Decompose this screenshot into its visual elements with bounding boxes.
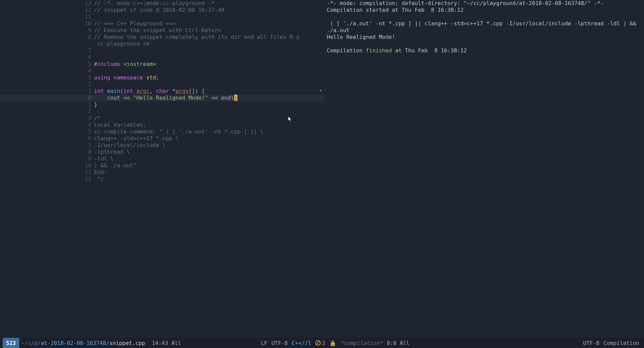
encoding[interactable]: UTF-8: [269, 338, 290, 348]
line-number: 3: [0, 74, 94, 81]
modeline-left: 523 ~/c/p/at-2018-02-08-163748/snippet.c…: [3, 338, 327, 348]
code-line[interactable]: 1int main(int argc, char *argv[]) {: [0, 88, 324, 95]
code-line[interactable]: 2: [0, 81, 324, 88]
code-line[interactable]: 11End:: [0, 169, 324, 176]
code-line[interactable]: 3/*: [0, 115, 324, 122]
code-line[interactable]: 4Local Variables:: [0, 122, 324, 128]
line-number: 7: [0, 142, 94, 149]
code-line[interactable]: 6clang++ -std=c++17 *.cpp \: [0, 135, 324, 142]
line-number: 6: [0, 135, 94, 142]
warning-count: 2: [322, 340, 325, 346]
line-number: 5: [0, 61, 94, 68]
line-number: 1: [0, 101, 94, 108]
output-line: Compilation finished at Thu Feb 8 16:38:…: [327, 47, 641, 54]
line-number: 11: [0, 169, 94, 176]
code-line-wrap[interactable]: `cc-playground-rm`: [0, 41, 324, 47]
output-line: ( [ './a.out' -nt *.cpp ] || clang++ -st…: [327, 20, 641, 27]
line-number: 6: [0, 54, 94, 61]
code-line[interactable]: 5#include <iostream>: [0, 61, 324, 68]
line-number: 11: [0, 14, 94, 20]
cursor-position: 14:43 All: [147, 338, 183, 348]
line-number: 1: [0, 88, 94, 95]
line-number: 12: [0, 7, 94, 14]
code-line[interactable]: 7: [0, 47, 324, 54]
code-line[interactable]: 4: [0, 68, 324, 74]
line-number: 7: [0, 47, 94, 54]
line-number: 5: [0, 128, 94, 135]
lock-icon: 🔒: [327, 338, 338, 348]
line-number: 9: [0, 155, 94, 162]
code-line[interactable]: 12// snippet of code @ 2018-02-08 16:37:…: [0, 7, 324, 14]
path-dir: at-2018-02-08-163748/: [41, 340, 109, 346]
output-line: Hello Realigned Mode!: [327, 34, 641, 41]
file-name: snippet.cpp: [109, 340, 145, 346]
source-pane[interactable]: 13// -*- mode:c++;mode:cc-playground -*-…: [0, 0, 324, 338]
output-line: Compilation started at Thu Feb 8 16:38:1…: [327, 7, 641, 14]
project-number[interactable]: 523: [3, 338, 19, 348]
code-line[interactable]: 0 cout << "Hello Realigned Mode!" << end…: [0, 95, 324, 101]
code-line[interactable]: 11: [0, 14, 324, 20]
code-line[interactable]: 6: [0, 54, 324, 61]
code-line[interactable]: 10) && ./a.out": [0, 162, 324, 169]
line-number: 10: [0, 20, 94, 27]
modeline: 523 ~/c/p/at-2018-02-08-163748/snippet.c…: [0, 338, 644, 348]
code-line[interactable]: 2: [0, 108, 324, 115]
code-line[interactable]: 12 */: [0, 176, 324, 182]
comp-major-mode[interactable]: Compilation: [601, 338, 641, 348]
warning-icon: [315, 340, 321, 346]
compilation-buffer-name[interactable]: *compilation*: [338, 338, 385, 348]
major-mode[interactable]: C++//l: [290, 338, 314, 348]
output-line: [327, 14, 641, 20]
line-number: 12: [0, 176, 94, 182]
flycheck-warning-badge[interactable]: 2: [313, 338, 327, 348]
code-line[interactable]: 8// Remove the snippet completely with i…: [0, 34, 324, 41]
comp-encoding[interactable]: UTF-8: [581, 338, 601, 348]
output-line: [327, 41, 641, 47]
line-number: 2: [0, 81, 94, 88]
line-number: 4: [0, 122, 94, 128]
code-line[interactable]: 1}: [0, 101, 324, 108]
line-number: 4: [0, 68, 94, 74]
code-line[interactable]: 5cc-compile-command: " ( [ './a.out' -nt…: [0, 128, 324, 135]
editor-area: 13// -*- mode:c++;mode:cc-playground -*-…: [0, 0, 644, 338]
line-number: 13: [0, 0, 94, 7]
code-line[interactable]: 8-lpthread \: [0, 149, 324, 155]
line-number: 9: [0, 27, 94, 34]
line-number: 3: [0, 115, 94, 122]
line-number: 2: [0, 108, 94, 115]
code-line[interactable]: 9-ldl \: [0, 155, 324, 162]
code-line[interactable]: 10// === C++ Playground ===: [0, 20, 324, 27]
output-line-wrap: ./a.out: [327, 27, 641, 34]
modeline-right: 🔒 *compilation* 8:0 All UTF-8 Compilatio…: [327, 338, 641, 348]
code-line[interactable]: 7-I/usr/local/include \: [0, 142, 324, 149]
compilation-pane[interactable]: -*- mode: compilation; default-directory…: [324, 0, 644, 338]
line-ending[interactable]: LF: [259, 338, 269, 348]
code-line[interactable]: 3using namespace std;: [0, 74, 324, 81]
line-number: 10: [0, 162, 94, 169]
code-line[interactable]: 13// -*- mode:c++;mode:cc-playground -*-: [0, 0, 324, 7]
line-number: 0: [0, 95, 94, 101]
output-line: -*- mode: compilation; default-directory…: [327, 0, 641, 7]
path-prefix: ~/c/p/: [21, 340, 41, 346]
comp-cursor-position: 8:0 All: [385, 338, 411, 348]
code-line[interactable]: 9// Execute the snippet with Ctrl-Return: [0, 27, 324, 34]
file-path[interactable]: ~/c/p/at-2018-02-08-163748/snippet.cpp: [19, 338, 147, 348]
line-number: 8: [0, 34, 94, 41]
fold-marker-icon: ◂: [319, 88, 322, 93]
line-number: 8: [0, 149, 94, 155]
